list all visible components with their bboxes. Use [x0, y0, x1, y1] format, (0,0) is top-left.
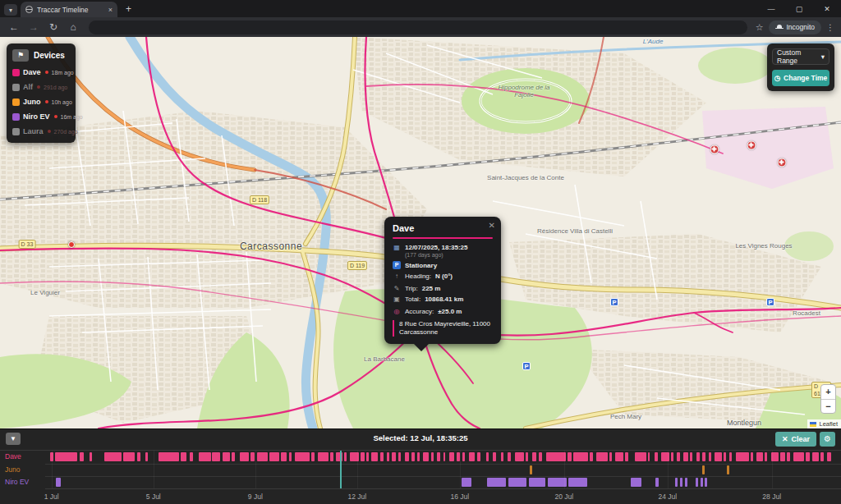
timeline-gridline	[460, 451, 461, 488]
new-tab-button[interactable]: +	[126, 3, 131, 15]
change-time-button[interactable]: ◷ Change Time	[772, 70, 830, 86]
clear-button[interactable]: ✕ Clear	[775, 432, 816, 447]
browser-window: ▾ Traccar Timeline × + — ▢ ✕ ← → ↻ ⌂ ☆ I…	[0, 0, 841, 504]
popup-trip-value: 225 m	[422, 285, 441, 292]
bookmark-star-icon[interactable]: ☆	[756, 22, 764, 33]
browser-toolbar: ← → ↻ ⌂ ☆ Incognito ⋮	[0, 17, 841, 37]
timeline-axis-tick: 12 Jul	[348, 493, 367, 501]
zoom-in-button[interactable]: +	[821, 385, 835, 399]
leaflet-attribution[interactable]: Leaflet	[807, 419, 841, 428]
timeline-bar	[486, 452, 489, 461]
back-button[interactable]: ←	[7, 21, 21, 33]
hospital-marker[interactable]	[710, 145, 719, 154]
timeline-bar	[240, 452, 249, 461]
device-color-swatch	[12, 69, 20, 76]
device-name: Niro EV	[23, 112, 50, 121]
timeline-bar	[683, 452, 688, 461]
device-color-swatch	[12, 99, 20, 106]
timeline-bar	[680, 478, 682, 487]
device-name: Laura	[23, 127, 44, 135]
tab-close-icon[interactable]: ×	[108, 6, 113, 14]
timeline-bar	[696, 478, 698, 487]
devices-flag-icon[interactable]: ⚑	[12, 49, 29, 62]
timeline-bar	[411, 452, 415, 461]
tab-title: Traccar Timeline	[37, 6, 104, 14]
map-label: Rocadest	[793, 309, 820, 317]
timeline-bar	[199, 452, 211, 461]
timeline-bar	[631, 478, 641, 487]
gear-icon: ⚙	[824, 434, 831, 443]
timeline-bar	[655, 478, 658, 487]
timeline-bar	[392, 452, 397, 461]
timeline-bar	[724, 452, 727, 461]
timeline-gridline	[357, 451, 358, 488]
minimize-button[interactable]: —	[757, 0, 785, 17]
device-row[interactable]: Dave18m ago	[12, 65, 70, 80]
maximize-button[interactable]: ▢	[785, 0, 813, 17]
device-row[interactable]: Alf291d ago	[12, 80, 70, 94]
timeline-bar	[715, 452, 722, 461]
device-row[interactable]: Laura270d ago	[12, 124, 70, 139]
timeline-bar	[190, 452, 193, 461]
timeline-bar	[232, 452, 235, 461]
timeline-bar	[223, 452, 230, 461]
browser-tab[interactable]: Traccar Timeline ×	[21, 2, 117, 17]
poi-marker[interactable]	[68, 241, 75, 248]
timeline-bar	[462, 452, 465, 461]
popup-close-icon[interactable]: ✕	[489, 221, 495, 230]
timeline-bar	[729, 452, 732, 461]
close-button[interactable]: ✕	[813, 0, 841, 17]
timeline-row-separator	[45, 476, 841, 477]
timeline-bar	[462, 478, 472, 487]
parking-marker[interactable]: P	[522, 362, 531, 370]
hospital-marker[interactable]	[747, 141, 756, 150]
timeline-bar	[756, 452, 763, 461]
device-color-swatch	[12, 128, 20, 135]
device-status-dot	[48, 130, 51, 133]
timeline-bar	[671, 452, 673, 461]
timeline-bar	[318, 452, 329, 461]
range-select[interactable]: Custom Range ▾	[772, 48, 830, 65]
browser-menu-button[interactable]: ⋮	[826, 23, 834, 32]
timeline-bar	[56, 478, 62, 487]
hospital-marker[interactable]	[778, 158, 787, 167]
timeline-bar	[487, 478, 506, 487]
timeline-bar	[529, 478, 545, 487]
timeline-bar	[508, 452, 511, 461]
popup-divider	[393, 237, 493, 239]
timeline-settings-button[interactable]: ⚙	[820, 432, 835, 447]
timeline-bar	[787, 452, 790, 461]
timeline-bar	[137, 452, 140, 461]
map[interactable]: CarcassonneHippodrome de la FajolleL'Aud…	[0, 37, 841, 428]
popup-accuracy-value: ±25.0 m	[438, 308, 462, 315]
parking-marker[interactable]: P	[610, 298, 618, 306]
incognito-icon	[775, 25, 784, 30]
timeline-bar	[727, 465, 728, 474]
reload-button[interactable]: ↻	[46, 21, 61, 33]
timeline-bar	[380, 452, 384, 461]
device-popup: Dave ✕ ▦12/07/2025, 18:35:25 (177 days a…	[384, 217, 501, 344]
timeline-bar	[615, 452, 624, 461]
map-label: Le Viguier	[30, 289, 60, 296]
total-icon: ▣	[393, 296, 401, 303]
forward-button[interactable]: →	[26, 21, 41, 33]
timeline-axis-tick: 20 Jul	[554, 493, 573, 501]
timeline-bar	[281, 452, 287, 461]
map-label: L'Aude	[643, 38, 664, 45]
zoom-out-button[interactable]: −	[821, 399, 835, 413]
device-row[interactable]: Niro EV16m ago	[12, 109, 70, 124]
address-bar[interactable]	[89, 21, 747, 34]
map-label: La Barbacane	[364, 355, 405, 363]
device-row[interactable]: Juno10h ago	[12, 94, 70, 109]
home-button[interactable]: ⌂	[66, 21, 80, 33]
timeline-bar	[344, 452, 347, 461]
heading-arrow-icon: ↑	[393, 273, 401, 280]
timeline-bar	[736, 452, 749, 461]
parking-marker[interactable]: P	[766, 298, 774, 306]
leaflet-link[interactable]: Leaflet	[819, 420, 838, 428]
timeline-tracks[interactable]	[45, 451, 841, 488]
timeline-bar	[55, 452, 77, 461]
timeline-bar	[443, 452, 446, 461]
timeline-bar	[423, 452, 429, 461]
tab-search-button[interactable]: ▾	[4, 4, 17, 16]
